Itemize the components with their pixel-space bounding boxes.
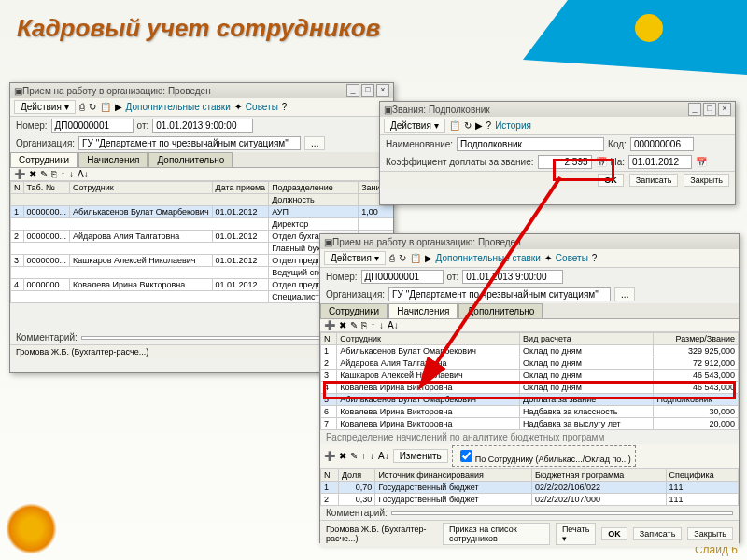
tab-charges[interactable]: Начисления [388, 303, 458, 318]
help-icon[interactable]: ? [282, 102, 288, 112]
add-icon[interactable]: ➕ [324, 451, 335, 461]
date-input[interactable]: 01.01.2013 9:00:00 [462, 270, 563, 284]
help-icon[interactable]: ? [592, 253, 598, 263]
post-icon[interactable]: ⎙ [389, 253, 395, 263]
edit-icon[interactable]: ✎ [350, 451, 358, 461]
help-icon[interactable]: ? [486, 120, 492, 131]
table-row[interactable]: 1Абилькасенов Булат ОмарбековичОклад по … [321, 345, 739, 357]
min-btn[interactable]: _ [346, 84, 359, 97]
col-emp[interactable]: Сотрудник [70, 182, 213, 194]
max-btn[interactable]: □ [361, 84, 374, 97]
org-select-btn[interactable]: ... [614, 287, 635, 301]
tab-employees[interactable]: Сотрудники [10, 152, 78, 167]
close-button[interactable]: Закрыть [687, 527, 733, 540]
sort-icon[interactable]: A↓ [378, 451, 389, 461]
advice-link[interactable]: Советы [246, 102, 278, 112]
ok-button[interactable]: OK [601, 527, 627, 540]
advice-icon[interactable]: ✦ [544, 253, 552, 263]
number-input[interactable]: ДП00000001 [361, 270, 444, 284]
col-n[interactable]: N [11, 182, 24, 194]
table-row[interactable]: 6Ковалева Ирина ВикторовнаНадбавка за кл… [321, 406, 739, 418]
table-row[interactable]: 10000000...Абилькасенов Булат Омарбекови… [11, 206, 394, 218]
close-btn[interactable]: × [718, 103, 731, 116]
charges-table[interactable]: NСотрудникВид расчетаРазмер/Звание 1Абил… [320, 332, 739, 430]
org-input[interactable]: ГУ "Департамент по чрезвычайным ситуация… [78, 136, 301, 150]
name-input[interactable]: Подполковник [457, 137, 604, 151]
org-select-btn[interactable]: ... [304, 136, 325, 150]
up-icon[interactable]: ↑ [371, 320, 375, 330]
col-n[interactable]: N [321, 333, 337, 345]
post-icon[interactable]: ⎙ [79, 102, 85, 112]
col-pos[interactable]: Должность [269, 194, 359, 206]
tab-charges[interactable]: Начисления [78, 152, 148, 167]
tab-employees[interactable]: Сотрудники [320, 303, 388, 318]
min-btn[interactable]: _ [688, 103, 701, 116]
copy-icon[interactable]: ⎘ [51, 169, 57, 179]
actions-menu[interactable]: Действия ▾ [14, 100, 76, 114]
actions-menu[interactable]: Действия ▾ [324, 251, 386, 265]
extra-stakes-link[interactable]: Дополнительные ставки [436, 253, 541, 263]
down-icon[interactable]: ↓ [69, 169, 74, 179]
edit-icon[interactable]: ✎ [350, 320, 358, 330]
advice-link[interactable]: Советы [556, 253, 588, 263]
copy-icon[interactable]: ⎘ [361, 320, 367, 330]
add-icon[interactable]: ➕ [14, 169, 25, 179]
del-icon[interactable]: ✖ [339, 320, 346, 330]
go-icon[interactable]: ▶ [425, 253, 432, 263]
col-calc[interactable]: Вид расчета [520, 333, 654, 345]
go-icon[interactable]: ▶ [475, 120, 483, 131]
edit-icon[interactable]: ✎ [40, 169, 48, 179]
coef-input[interactable]: 2,595 [538, 155, 592, 169]
down-icon[interactable]: ↓ [370, 451, 374, 461]
col-prog[interactable]: Бюджетная программа [531, 469, 666, 482]
col-share[interactable]: Доля [338, 469, 374, 482]
table-row[interactable]: 4Ковалева Ирина ВикторовнаОклад по дням4… [321, 382, 739, 394]
ok-button[interactable]: OK [598, 174, 624, 187]
col-date[interactable]: Дата приема [212, 182, 269, 194]
table-row[interactable]: 10,70Государственный бюджет02/2/202/106/… [321, 482, 739, 494]
order-button[interactable]: Приказ на список сотрудников [443, 523, 550, 545]
save-button[interactable]: Записать [633, 527, 682, 540]
print-button[interactable]: Печать ▾ [556, 523, 596, 545]
history-link[interactable]: История [495, 120, 531, 131]
col-val[interactable]: Размер/Звание [654, 333, 739, 345]
calendar-icon[interactable]: 📅 [696, 157, 707, 167]
number-input[interactable]: ДП00000001 [51, 119, 134, 133]
save-button[interactable]: Записать [629, 174, 678, 187]
refresh-icon[interactable]: ↻ [89, 102, 96, 112]
table-row[interactable]: 3Кашкаров Алексей НиколаевичОклад по дня… [321, 370, 739, 382]
table-row-highlighted[interactable]: 5Абилькасенов Булат ОмарбековичДоплата з… [321, 394, 739, 406]
col-emp[interactable]: Сотрудник [337, 333, 520, 345]
by-emp-checkbox[interactable] [460, 450, 472, 462]
add-icon[interactable]: ➕ [324, 320, 335, 330]
change-button[interactable]: Изменить [393, 449, 448, 463]
go-icon[interactable]: ▶ [115, 102, 122, 112]
save-icon[interactable]: 📋 [410, 253, 421, 263]
close-btn[interactable]: × [376, 84, 389, 97]
save-icon[interactable]: 📋 [449, 120, 460, 131]
tab-extra[interactable]: Дополнительно [148, 152, 233, 167]
tab-extra[interactable]: Дополнительно [458, 303, 543, 318]
col-tab[interactable]: Таб. № [23, 182, 70, 194]
refresh-icon[interactable]: ↻ [464, 120, 472, 131]
advice-icon[interactable]: ✦ [234, 102, 242, 112]
save-icon[interactable]: 📋 [100, 102, 111, 112]
down-icon[interactable]: ↓ [379, 320, 384, 330]
refresh-icon[interactable]: ↻ [399, 253, 406, 263]
sort-icon[interactable]: A↓ [78, 169, 89, 179]
table-row[interactable]: Директор [11, 218, 394, 231]
col-n2[interactable]: N [321, 469, 339, 482]
org-input[interactable]: ГУ "Департамент по чрезвычайным ситуация… [388, 287, 611, 301]
close-button[interactable]: Закрыть [684, 174, 729, 187]
on-date-input[interactable]: 01.01.2012 [628, 155, 692, 169]
code-input[interactable]: 000000006 [630, 137, 694, 151]
extra-stakes-link[interactable]: Дополнительные ставки [126, 102, 231, 112]
table-row[interactable]: 20,30Государственный бюджет02/2/202/107/… [321, 494, 739, 506]
col-dept[interactable]: Подразделение [269, 182, 359, 194]
comment-input[interactable] [391, 511, 733, 515]
up-icon[interactable]: ↑ [61, 169, 65, 179]
max-btn[interactable]: □ [703, 103, 716, 116]
actions-menu[interactable]: Действия ▾ [384, 119, 445, 133]
sort-icon[interactable]: A↓ [388, 320, 399, 330]
col-spec[interactable]: Специфика [666, 469, 738, 482]
